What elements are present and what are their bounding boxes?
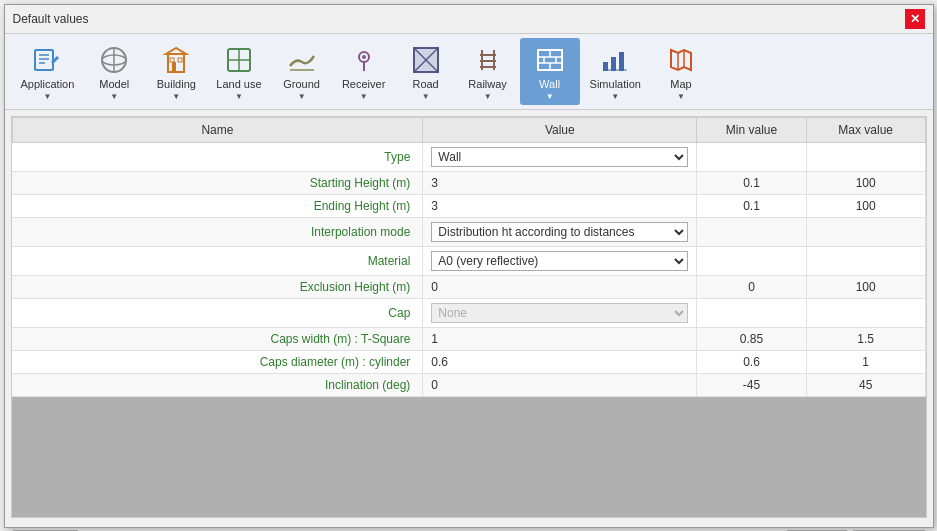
svg-rect-10 xyxy=(170,58,174,62)
table-row: Caps width (m) : T-Square10.851.5 xyxy=(12,327,925,350)
row-max-2: 100 xyxy=(806,194,925,217)
svg-marker-8 xyxy=(166,48,186,54)
col-header-max: Max value xyxy=(806,117,925,142)
row-name-7: Caps width (m) : T-Square xyxy=(12,327,423,350)
svg-rect-11 xyxy=(178,58,182,62)
row-name-5: Exclusion Height (m) xyxy=(12,275,423,298)
col-header-min: Min value xyxy=(697,117,807,142)
close-button[interactable]: ✕ xyxy=(905,9,925,29)
toolbar-item-railway[interactable]: Railway ▼ xyxy=(458,38,518,105)
table-row: TypeWall xyxy=(12,142,925,171)
toolbar-item-wall[interactable]: Wall ▼ xyxy=(520,38,580,105)
toolbar-label-ground: Ground xyxy=(283,78,320,91)
toolbar-item-receiver[interactable]: Receiver ▼ xyxy=(334,38,394,105)
row-min-4 xyxy=(697,246,807,275)
select-0[interactable]: Wall xyxy=(431,147,688,167)
row-name-6: Cap xyxy=(12,298,423,327)
table-container: Name Value Min value Max value TypeWallS… xyxy=(11,116,927,518)
row-min-9: -45 xyxy=(697,373,807,396)
row-min-5: 0 xyxy=(697,275,807,298)
toolbar-item-building[interactable]: Building ▼ xyxy=(146,38,206,105)
toolbar-item-simulation[interactable]: Simulation ▼ xyxy=(582,38,649,105)
toolbar-label-landuse: Land use xyxy=(216,78,261,91)
properties-table: Name Value Min value Max value TypeWallS… xyxy=(12,117,926,397)
svg-rect-9 xyxy=(172,62,176,72)
empty-area xyxy=(12,397,926,517)
row-value-1: 3 xyxy=(423,171,697,194)
row-value-2: 3 xyxy=(423,194,697,217)
row-name-2: Ending Height (m) xyxy=(12,194,423,217)
toolbar: Application ▼ Model ▼ Building ▼ Land us… xyxy=(5,34,933,110)
toolbar-label-wall: Wall xyxy=(539,78,560,91)
row-max-1: 100 xyxy=(806,171,925,194)
row-max-9: 45 xyxy=(806,373,925,396)
row-name-4: Material xyxy=(12,246,423,275)
title-bar: Default values ✕ xyxy=(5,5,933,34)
toolbar-item-ground[interactable]: Ground ▼ xyxy=(272,38,332,105)
table-row: MaterialA0 (very reflective) xyxy=(12,246,925,275)
toolbar-item-road[interactable]: Road ▼ xyxy=(396,38,456,105)
row-max-6 xyxy=(806,298,925,327)
row-value-0[interactable]: Wall xyxy=(423,142,697,171)
toolbar-label-building: Building xyxy=(157,78,196,91)
svg-point-18 xyxy=(362,55,366,59)
row-max-5: 100 xyxy=(806,275,925,298)
row-value-7: 1 xyxy=(423,327,697,350)
ground-icon xyxy=(284,42,320,78)
row-value-9: 0 xyxy=(423,373,697,396)
toolbar-arrow-model: ▼ xyxy=(110,92,118,101)
application-icon xyxy=(29,42,65,78)
row-value-6[interactable]: None xyxy=(423,298,697,327)
row-min-8: 0.6 xyxy=(697,350,807,373)
row-name-3: Interpolation mode xyxy=(12,217,423,246)
toolbar-label-railway: Railway xyxy=(468,78,507,91)
receiver-icon xyxy=(346,42,382,78)
table-row: Interpolation modeDistribution ht accord… xyxy=(12,217,925,246)
row-name-8: Caps diameter (m) : cylinder xyxy=(12,350,423,373)
landuse-icon xyxy=(221,42,257,78)
toolbar-arrow-application: ▼ xyxy=(43,92,51,101)
wall-icon xyxy=(532,42,568,78)
row-name-9: Inclination (deg) xyxy=(12,373,423,396)
select-4[interactable]: A0 (very reflective) xyxy=(431,251,688,271)
content-area: Name Value Min value Max value TypeWallS… xyxy=(5,110,933,524)
select-3[interactable]: Distribution ht according to distances xyxy=(431,222,688,242)
svg-rect-0 xyxy=(35,50,53,70)
row-value-3[interactable]: Distribution ht according to distances xyxy=(423,217,697,246)
simulation-icon xyxy=(597,42,633,78)
toolbar-item-application[interactable]: Application ▼ xyxy=(13,38,83,105)
model-icon xyxy=(96,42,132,78)
road-icon xyxy=(408,42,444,78)
row-min-2: 0.1 xyxy=(697,194,807,217)
toolbar-item-model[interactable]: Model ▼ xyxy=(84,38,144,105)
row-value-5: 0 xyxy=(423,275,697,298)
toolbar-label-receiver: Receiver xyxy=(342,78,385,91)
row-max-7: 1.5 xyxy=(806,327,925,350)
row-max-4 xyxy=(806,246,925,275)
svg-rect-37 xyxy=(619,52,624,71)
toolbar-arrow-building: ▼ xyxy=(172,92,180,101)
toolbar-item-landuse[interactable]: Land use ▼ xyxy=(208,38,269,105)
row-max-8: 1 xyxy=(806,350,925,373)
table-row: CapNone xyxy=(12,298,925,327)
table-row: Starting Height (m)30.1100 xyxy=(12,171,925,194)
toolbar-arrow-simulation: ▼ xyxy=(611,92,619,101)
railway-icon xyxy=(470,42,506,78)
toolbar-item-map[interactable]: Map ▼ xyxy=(651,38,711,105)
row-min-7: 0.85 xyxy=(697,327,807,350)
row-value-4[interactable]: A0 (very reflective) xyxy=(423,246,697,275)
row-value-8: 0.6 xyxy=(423,350,697,373)
table-row: Caps diameter (m) : cylinder0.60.61 xyxy=(12,350,925,373)
table-row: Ending Height (m)30.1100 xyxy=(12,194,925,217)
table-row: Exclusion Height (m)00100 xyxy=(12,275,925,298)
row-max-3 xyxy=(806,217,925,246)
toolbar-arrow-road: ▼ xyxy=(422,92,430,101)
building-icon xyxy=(158,42,194,78)
toolbar-arrow-receiver: ▼ xyxy=(360,92,368,101)
col-header-value: Value xyxy=(423,117,697,142)
toolbar-arrow-ground: ▼ xyxy=(298,92,306,101)
toolbar-label-application: Application xyxy=(21,78,75,91)
toolbar-label-road: Road xyxy=(412,78,438,91)
row-min-3 xyxy=(697,217,807,246)
toolbar-label-map: Map xyxy=(670,78,691,91)
